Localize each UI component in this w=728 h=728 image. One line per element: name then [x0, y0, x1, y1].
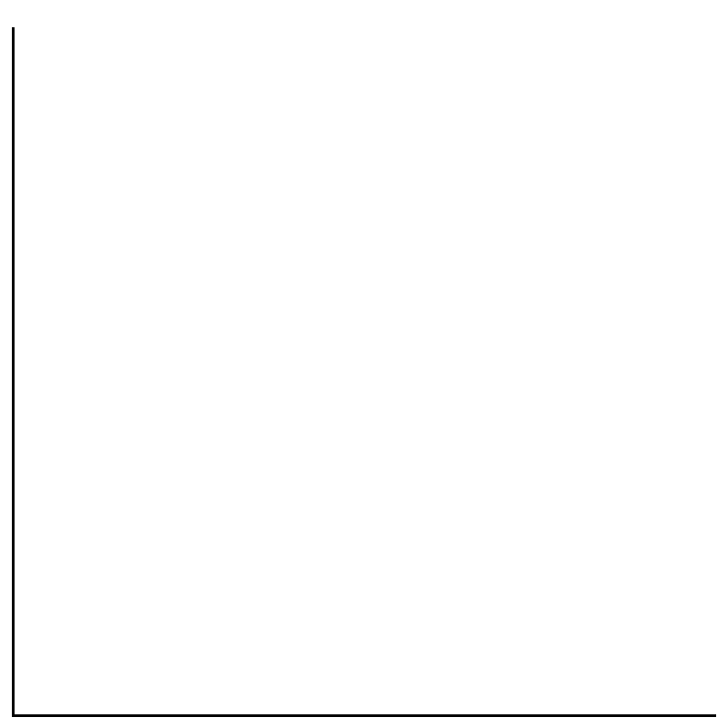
chart-container	[0, 0, 728, 728]
plot-area	[12, 27, 716, 717]
bottleneck-curve	[15, 27, 716, 714]
